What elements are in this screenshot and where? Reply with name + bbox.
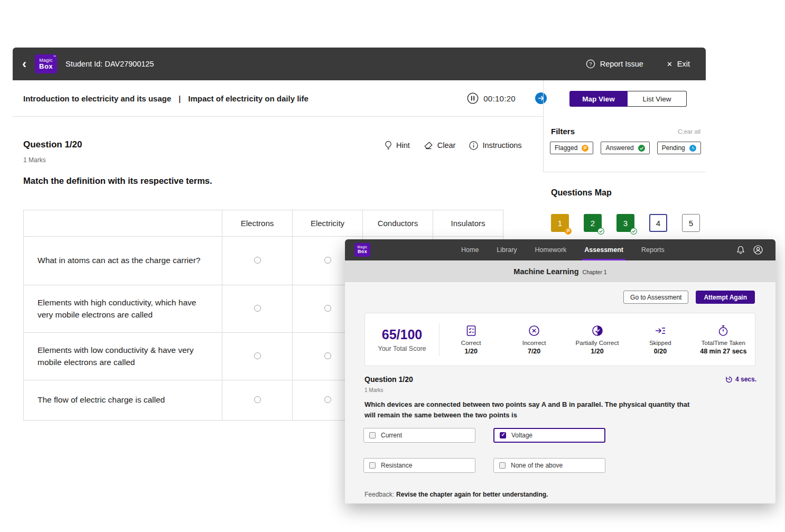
- flag-badge-icon: [565, 228, 572, 235]
- hint-button[interactable]: Hint: [385, 141, 410, 150]
- account-icon[interactable]: [753, 245, 763, 255]
- exam-header: ‹ Magic Box ™ Student Id: DAV27900125 ? …: [13, 48, 706, 80]
- total-score: 65/100 Your Total Score: [365, 327, 439, 352]
- question-map-item-2[interactable]: 2: [584, 214, 602, 232]
- option-current[interactable]: Current: [363, 428, 475, 443]
- horizontal-divider: [13, 116, 543, 117]
- option-voltage[interactable]: Voltage: [493, 428, 605, 443]
- go-to-assessment-button[interactable]: Go to Assessment: [623, 291, 688, 304]
- feedback-label: Feedback:: [365, 491, 394, 498]
- map-view-button[interactable]: Map View: [569, 91, 628, 107]
- pause-icon[interactable]: [467, 92, 479, 104]
- option-none-of-the-above[interactable]: None of the above: [493, 458, 605, 473]
- nav-reports[interactable]: Reports: [641, 246, 665, 254]
- instructions-button[interactable]: Instructions: [469, 141, 521, 150]
- skip-icon: [654, 324, 667, 337]
- check-badge-icon: [597, 228, 604, 235]
- filter-chip-pending[interactable]: Pending: [657, 142, 701, 154]
- definition-cell: The flow of electric charge is called: [24, 380, 222, 421]
- collapse-panel-button[interactable]: [535, 92, 547, 105]
- stat-correct: Correct 1/20: [440, 324, 502, 355]
- question-map-item-5[interactable]: 5: [682, 214, 700, 232]
- check-circle-icon: [638, 145, 645, 152]
- magicbox-logo: Magic Box: [354, 243, 370, 257]
- match-radio[interactable]: [254, 305, 261, 312]
- bell-icon[interactable]: [736, 246, 745, 255]
- list-view-button[interactable]: List View: [628, 91, 687, 107]
- logo-text-bottom: Box: [39, 63, 53, 70]
- report-issue-button[interactable]: ? Report Issue: [586, 59, 643, 69]
- x-circle-icon: [528, 324, 540, 337]
- option-label: None of the above: [511, 462, 563, 469]
- back-chevron-icon[interactable]: ‹: [22, 58, 26, 70]
- result-question-text: Which devices are connected between two …: [365, 399, 697, 421]
- question-circle-icon: ?: [586, 59, 595, 69]
- filter-chip-flagged[interactable]: Flagged: [550, 142, 593, 154]
- page: { "colors": { "brand_purple": "#3f0d8e",…: [0, 0, 785, 532]
- result-question-number: Question 1/20: [365, 375, 413, 384]
- flag-icon: [582, 145, 588, 152]
- match-radio[interactable]: [254, 396, 261, 403]
- clear-all-link[interactable]: C;ear all: [678, 128, 700, 135]
- question-map-item-4[interactable]: 4: [649, 214, 667, 232]
- chip-label: Pending: [662, 144, 685, 152]
- chip-label: Flagged: [555, 144, 577, 152]
- chapter-topbar: Introduction to electricity and its usag…: [13, 80, 543, 116]
- map-item-number: 5: [689, 219, 693, 228]
- match-radio[interactable]: [324, 257, 331, 264]
- question-marks: 1 Marks: [23, 156, 46, 164]
- svg-text:?: ?: [589, 61, 592, 67]
- match-radio[interactable]: [254, 257, 261, 264]
- checkbox-icon: [369, 432, 376, 438]
- column-header: Insulators: [433, 210, 503, 237]
- logo-text-bottom: Box: [358, 249, 367, 254]
- stat-incorrect: Incorrect 7/20: [502, 324, 565, 355]
- info-icon: [469, 141, 478, 150]
- match-radio[interactable]: [254, 352, 261, 359]
- map-item-number: 4: [656, 219, 660, 228]
- nav-library[interactable]: Library: [497, 246, 517, 254]
- feedback: Feedback:Revise the chapter again for be…: [365, 491, 548, 498]
- student-id: Student Id: DAV27900125: [66, 60, 154, 68]
- stat-label: Correct: [461, 340, 481, 346]
- exit-label: Exit: [677, 60, 690, 68]
- nav-home[interactable]: Home: [461, 246, 479, 254]
- question-map-item-1[interactable]: 1: [551, 214, 569, 232]
- clock-icon: [689, 145, 696, 152]
- column-header: Conductors: [363, 210, 433, 237]
- option-resistance[interactable]: Resistance: [363, 458, 475, 473]
- nav-homework[interactable]: Homework: [535, 246, 567, 254]
- match-radio[interactable]: [324, 352, 331, 359]
- lightbulb-icon: [385, 141, 392, 150]
- exit-button[interactable]: ✕ Exit: [667, 60, 690, 68]
- nav-assessment[interactable]: Assessment: [584, 246, 623, 254]
- match-radio[interactable]: [324, 305, 331, 312]
- stat-value: 7/20: [528, 348, 540, 355]
- hint-label: Hint: [396, 141, 410, 150]
- attempt-again-button[interactable]: Attempt Again: [696, 291, 755, 304]
- column-header: Electrons: [222, 210, 293, 237]
- checkbox-icon: [499, 462, 506, 469]
- check-badge-icon: [630, 228, 637, 235]
- header-icons: [736, 245, 763, 255]
- clear-button[interactable]: Clear: [424, 141, 456, 150]
- timer-group: 00:10:20: [467, 92, 516, 104]
- stat-label: Skipped: [649, 340, 671, 346]
- filter-chip-answered[interactable]: Answered: [601, 142, 649, 154]
- map-item-number: 3: [623, 219, 628, 228]
- map-item-number: 2: [591, 219, 595, 228]
- result-actions: Go to Assessment Attempt Again: [345, 291, 775, 304]
- stat-label: TotalTime Taken: [702, 340, 745, 346]
- results-header: Magic Box Home Library Homework Assessme…: [345, 239, 775, 260]
- header-actions: ? Report Issue ✕ Exit: [586, 59, 690, 69]
- questions-map-title: Questions Map: [551, 188, 612, 198]
- breadcrumb-part1: Introduction to electricity and its usag…: [23, 94, 171, 103]
- close-icon: ✕: [667, 60, 672, 68]
- checkbox-checked-icon: [500, 432, 506, 438]
- question-map-item-3[interactable]: 3: [616, 214, 634, 232]
- match-radio[interactable]: [324, 396, 331, 403]
- score-value: 65/100: [365, 327, 439, 342]
- option-label: Voltage: [511, 432, 532, 439]
- definition-cell: Elements with low conductivity & have ve…: [24, 333, 222, 380]
- timer-value: 00:10:20: [483, 94, 516, 103]
